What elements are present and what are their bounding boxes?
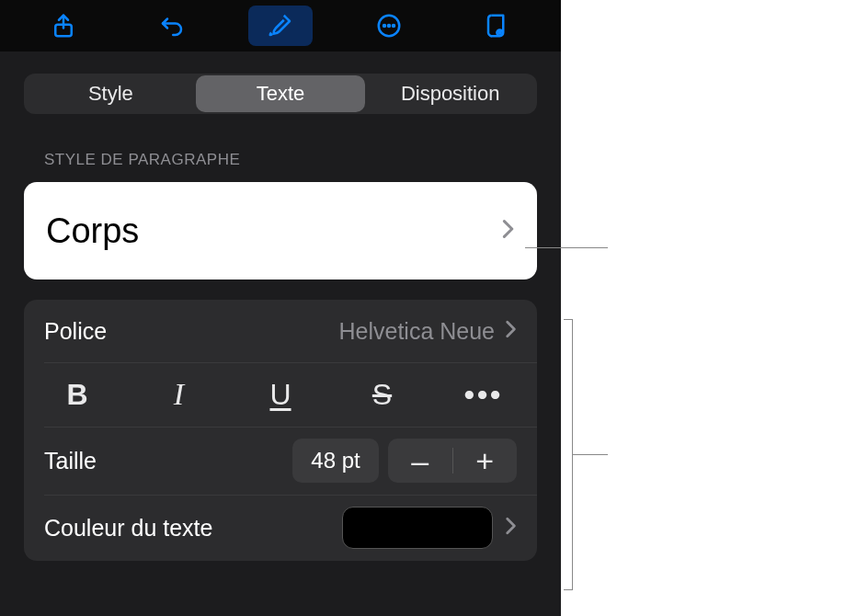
size-decrease-button[interactable]: – xyxy=(388,443,452,479)
undo-icon[interactable] xyxy=(140,6,204,46)
callout-line xyxy=(525,247,608,248)
reader-icon[interactable] xyxy=(465,6,530,46)
font-label: Police xyxy=(44,318,338,345)
size-increase-button[interactable]: + xyxy=(453,443,518,479)
paragraph-style-button[interactable]: Corps xyxy=(24,182,537,279)
callout-bracket xyxy=(564,319,573,590)
text-color-swatch[interactable] xyxy=(342,507,493,549)
italic-button[interactable]: I xyxy=(152,377,207,412)
size-value[interactable]: 48 pt xyxy=(292,439,379,483)
size-label: Taille xyxy=(44,448,292,474)
svg-point-4 xyxy=(393,25,394,27)
svg-point-6 xyxy=(499,32,501,34)
more-icon[interactable] xyxy=(357,6,421,46)
font-row[interactable]: Police Helvetica Neue xyxy=(24,300,537,362)
text-color-label: Couleur du texte xyxy=(44,515,342,542)
paragraph-style-name: Corps xyxy=(46,211,139,251)
chevron-right-icon xyxy=(504,516,517,540)
underline-button[interactable]: U xyxy=(253,378,308,412)
brush-icon[interactable] xyxy=(248,6,313,46)
format-buttons-row: B I U S ••• xyxy=(24,362,537,427)
chevron-right-icon xyxy=(504,319,517,343)
svg-point-3 xyxy=(388,25,390,27)
segmented-control: Style Texte Disposition xyxy=(24,74,537,114)
segmented-control-wrap: Style Texte Disposition xyxy=(0,51,561,123)
paragraph-style-section-label: STYLE DE PARAGRAPHE xyxy=(0,123,561,182)
chevron-right-icon xyxy=(500,218,515,244)
format-panel: Style Texte Disposition STYLE DE PARAGRA… xyxy=(0,0,561,616)
more-format-button[interactable]: ••• xyxy=(456,378,511,412)
tab-style[interactable]: Style xyxy=(26,75,196,112)
tab-layout[interactable]: Disposition xyxy=(365,75,535,112)
font-value: Helvetica Neue xyxy=(338,318,495,345)
callout-tick xyxy=(573,454,608,455)
svg-point-2 xyxy=(383,25,385,27)
strikethrough-button[interactable]: S xyxy=(355,378,410,412)
tab-text[interactable]: Texte xyxy=(196,75,366,112)
top-toolbar xyxy=(0,0,561,51)
font-settings-group: Police Helvetica Neue B I U S ••• Taille… xyxy=(24,300,537,561)
bold-button[interactable]: B xyxy=(50,378,105,412)
text-color-row[interactable]: Couleur du texte xyxy=(24,495,537,561)
size-stepper: – + xyxy=(388,439,517,483)
share-icon[interactable] xyxy=(31,6,96,46)
size-row: Taille 48 pt – + xyxy=(24,427,537,495)
